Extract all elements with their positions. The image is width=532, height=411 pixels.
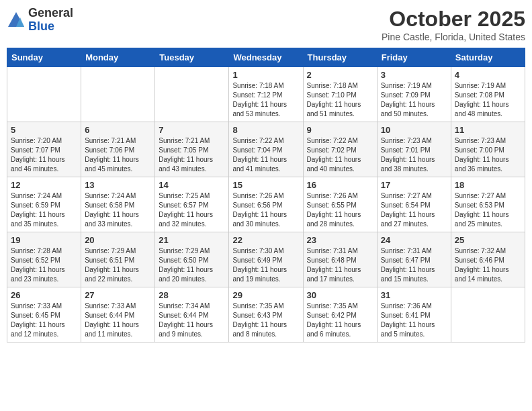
- day-info: Sunrise: 7:23 AMSunset: 7:00 PMDaylight:…: [455, 136, 521, 174]
- day-number: 13: [85, 180, 151, 190]
- day-number: 12: [11, 180, 77, 190]
- calendar-cell: 4Sunrise: 7:19 AMSunset: 7:08 PMDaylight…: [451, 67, 525, 122]
- logo-blue-text: Blue: [28, 20, 73, 34]
- calendar-cell: [155, 67, 229, 122]
- weekday-header-friday: Friday: [377, 48, 451, 67]
- calendar-cell: 14Sunrise: 7:25 AMSunset: 6:57 PMDayligh…: [155, 177, 229, 232]
- day-number: 21: [159, 235, 225, 245]
- day-info: Sunrise: 7:28 AMSunset: 6:52 PMDaylight:…: [11, 246, 77, 284]
- day-info: Sunrise: 7:31 AMSunset: 6:48 PMDaylight:…: [307, 246, 373, 284]
- day-number: 23: [307, 235, 373, 245]
- calendar-cell: 30Sunrise: 7:35 AMSunset: 6:42 PMDayligh…: [303, 287, 377, 342]
- day-number: 28: [159, 290, 225, 300]
- weekday-header-saturday: Saturday: [451, 48, 525, 67]
- calendar-cell: 11Sunrise: 7:23 AMSunset: 7:00 PMDayligh…: [451, 122, 525, 177]
- day-number: 17: [381, 180, 447, 190]
- day-info: Sunrise: 7:27 AMSunset: 6:53 PMDaylight:…: [455, 191, 521, 229]
- day-number: 5: [11, 125, 77, 135]
- logo-icon: [7, 11, 26, 30]
- day-info: Sunrise: 7:25 AMSunset: 6:57 PMDaylight:…: [159, 191, 225, 229]
- day-info: Sunrise: 7:23 AMSunset: 7:01 PMDaylight:…: [381, 136, 447, 174]
- day-number: 20: [85, 235, 151, 245]
- logo: General Blue: [7, 7, 73, 34]
- day-number: 8: [232, 125, 299, 135]
- day-number: 27: [85, 290, 151, 300]
- day-info: Sunrise: 7:26 AMSunset: 6:55 PMDaylight:…: [307, 191, 373, 229]
- weekday-header-thursday: Thursday: [303, 48, 377, 67]
- calendar-cell: 12Sunrise: 7:24 AMSunset: 6:59 PMDayligh…: [7, 177, 81, 232]
- day-number: 2: [307, 70, 373, 80]
- calendar-cell: 25Sunrise: 7:32 AMSunset: 6:46 PMDayligh…: [451, 232, 525, 287]
- calendar-week-1: 1Sunrise: 7:18 AMSunset: 7:12 PMDaylight…: [7, 67, 525, 122]
- day-info: Sunrise: 7:35 AMSunset: 6:42 PMDaylight:…: [307, 302, 373, 339]
- calendar-cell: 17Sunrise: 7:27 AMSunset: 6:54 PMDayligh…: [377, 177, 451, 232]
- day-info: Sunrise: 7:26 AMSunset: 6:56 PMDaylight:…: [232, 191, 299, 229]
- calendar-cell: 29Sunrise: 7:35 AMSunset: 6:43 PMDayligh…: [229, 287, 303, 342]
- logo-text: General Blue: [28, 7, 73, 34]
- day-info: Sunrise: 7:21 AMSunset: 7:05 PMDaylight:…: [159, 136, 225, 174]
- calendar-cell: 7Sunrise: 7:21 AMSunset: 7:05 PMDaylight…: [155, 122, 229, 177]
- calendar-table: SundayMondayTuesdayWednesdayThursdayFrid…: [7, 48, 525, 342]
- calendar-cell: [451, 287, 525, 342]
- calendar-cell: 21Sunrise: 7:29 AMSunset: 6:50 PMDayligh…: [155, 232, 229, 287]
- calendar-cell: 2Sunrise: 7:18 AMSunset: 7:10 PMDaylight…: [303, 67, 377, 122]
- calendar-cell: 16Sunrise: 7:26 AMSunset: 6:55 PMDayligh…: [303, 177, 377, 232]
- day-number: 14: [159, 180, 225, 190]
- day-number: 30: [307, 290, 373, 300]
- day-info: Sunrise: 7:33 AMSunset: 6:44 PMDaylight:…: [85, 302, 151, 339]
- calendar-cell: 24Sunrise: 7:31 AMSunset: 6:47 PMDayligh…: [377, 232, 451, 287]
- day-info: Sunrise: 7:20 AMSunset: 7:07 PMDaylight:…: [11, 136, 77, 174]
- day-info: Sunrise: 7:21 AMSunset: 7:06 PMDaylight:…: [85, 136, 151, 174]
- calendar-cell: 27Sunrise: 7:33 AMSunset: 6:44 PMDayligh…: [81, 287, 155, 342]
- day-info: Sunrise: 7:24 AMSunset: 6:59 PMDaylight:…: [11, 191, 77, 229]
- day-number: 16: [307, 180, 373, 190]
- day-number: 19: [11, 235, 77, 245]
- calendar-cell: 20Sunrise: 7:29 AMSunset: 6:51 PMDayligh…: [81, 232, 155, 287]
- day-number: 10: [381, 125, 447, 135]
- weekday-header-row: SundayMondayTuesdayWednesdayThursdayFrid…: [7, 48, 525, 67]
- day-info: Sunrise: 7:27 AMSunset: 6:54 PMDaylight:…: [381, 191, 447, 229]
- day-number: 11: [455, 125, 521, 135]
- day-number: 26: [11, 290, 77, 300]
- day-info: Sunrise: 7:19 AMSunset: 7:08 PMDaylight:…: [455, 81, 521, 119]
- day-info: Sunrise: 7:18 AMSunset: 7:10 PMDaylight:…: [307, 81, 373, 119]
- calendar-cell: [7, 67, 81, 122]
- day-info: Sunrise: 7:31 AMSunset: 6:47 PMDaylight:…: [381, 246, 447, 284]
- title-block: October 2025 Pine Castle, Florida, Unite…: [382, 7, 525, 42]
- calendar-week-4: 19Sunrise: 7:28 AMSunset: 6:52 PMDayligh…: [7, 232, 525, 287]
- calendar-cell: 5Sunrise: 7:20 AMSunset: 7:07 PMDaylight…: [7, 122, 81, 177]
- day-number: 6: [85, 125, 151, 135]
- day-number: 9: [307, 125, 373, 135]
- day-info: Sunrise: 7:22 AMSunset: 7:04 PMDaylight:…: [232, 136, 299, 174]
- calendar-cell: 6Sunrise: 7:21 AMSunset: 7:06 PMDaylight…: [81, 122, 155, 177]
- calendar-week-2: 5Sunrise: 7:20 AMSunset: 7:07 PMDaylight…: [7, 122, 525, 177]
- day-number: 15: [232, 180, 299, 190]
- calendar-cell: 18Sunrise: 7:27 AMSunset: 6:53 PMDayligh…: [451, 177, 525, 232]
- calendar-location: Pine Castle, Florida, United States: [382, 32, 525, 42]
- calendar-cell: 13Sunrise: 7:24 AMSunset: 6:58 PMDayligh…: [81, 177, 155, 232]
- day-info: Sunrise: 7:29 AMSunset: 6:51 PMDaylight:…: [85, 246, 151, 284]
- day-info: Sunrise: 7:24 AMSunset: 6:58 PMDaylight:…: [85, 191, 151, 229]
- day-info: Sunrise: 7:29 AMSunset: 6:50 PMDaylight:…: [159, 246, 225, 284]
- day-number: 7: [159, 125, 225, 135]
- calendar-cell: 31Sunrise: 7:36 AMSunset: 6:41 PMDayligh…: [377, 287, 451, 342]
- calendar-cell: 3Sunrise: 7:19 AMSunset: 7:09 PMDaylight…: [377, 67, 451, 122]
- calendar-week-5: 26Sunrise: 7:33 AMSunset: 6:45 PMDayligh…: [7, 287, 525, 342]
- calendar-cell: 9Sunrise: 7:22 AMSunset: 7:02 PMDaylight…: [303, 122, 377, 177]
- calendar-cell: 23Sunrise: 7:31 AMSunset: 6:48 PMDayligh…: [303, 232, 377, 287]
- day-number: 4: [455, 70, 521, 80]
- day-number: 1: [232, 70, 299, 80]
- calendar-cell: [81, 67, 155, 122]
- calendar-cell: 22Sunrise: 7:30 AMSunset: 6:49 PMDayligh…: [229, 232, 303, 287]
- weekday-header-wednesday: Wednesday: [229, 48, 303, 67]
- day-number: 29: [232, 290, 299, 300]
- weekday-header-tuesday: Tuesday: [155, 48, 229, 67]
- calendar-cell: 28Sunrise: 7:34 AMSunset: 6:44 PMDayligh…: [155, 287, 229, 342]
- calendar-cell: 26Sunrise: 7:33 AMSunset: 6:45 PMDayligh…: [7, 287, 81, 342]
- calendar-week-3: 12Sunrise: 7:24 AMSunset: 6:59 PMDayligh…: [7, 177, 525, 232]
- calendar-cell: 8Sunrise: 7:22 AMSunset: 7:04 PMDaylight…: [229, 122, 303, 177]
- weekday-header-monday: Monday: [81, 48, 155, 67]
- day-info: Sunrise: 7:22 AMSunset: 7:02 PMDaylight:…: [307, 136, 373, 174]
- day-number: 18: [455, 180, 521, 190]
- calendar-cell: 19Sunrise: 7:28 AMSunset: 6:52 PMDayligh…: [7, 232, 81, 287]
